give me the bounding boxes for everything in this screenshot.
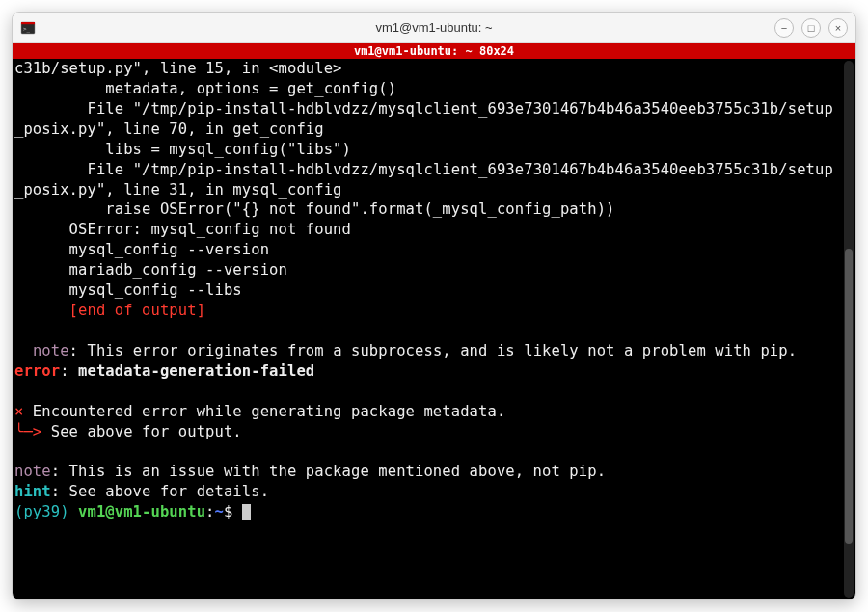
- trace-line: c31b/setup.py", line 15, in <module>: [14, 60, 342, 77]
- error-label: error: [14, 362, 60, 380]
- prompt-userhost: vm1@vm1-ubuntu: [78, 503, 205, 520]
- prompt-colon: :: [205, 503, 214, 520]
- trace-line-indent: [14, 302, 69, 319]
- scrollbar[interactable]: [844, 61, 854, 598]
- app-icon: >_: [20, 20, 36, 36]
- terminal-output[interactable]: c31b/setup.py", line 15, in <module> met…: [13, 59, 855, 522]
- maximize-button[interactable]: □: [801, 18, 821, 38]
- note-text: : This is an issue with the package ment…: [51, 463, 606, 480]
- close-icon: ×: [835, 22, 841, 34]
- see-above: See above for output.: [41, 423, 242, 440]
- window-title: vm1@vm1-ubuntu: ~: [13, 20, 855, 35]
- terminal-tab-bar: vm1@vm1-ubuntu: ~ 80x24: [13, 43, 855, 59]
- minimize-button[interactable]: −: [774, 18, 794, 38]
- svg-rect-1: [21, 22, 35, 24]
- note-label: note: [14, 463, 51, 480]
- window-controls: − □ ×: [774, 18, 855, 38]
- scrollbar-thumb[interactable]: [845, 249, 853, 544]
- trace-line: mysql_config --libs: [14, 281, 242, 299]
- end-of-output: [end of output]: [69, 302, 205, 319]
- error-name: metadata-generation-failed: [78, 362, 314, 380]
- hint-text: : See above for details.: [51, 483, 269, 500]
- note-label: note: [14, 342, 69, 359]
- trace-line: File "/tmp/pip-install-hdblvdzz/mysqlcli…: [14, 100, 833, 138]
- terminal-window: >_ vm1@vm1-ubuntu: ~ − □ × vm1@vm1-ubunt…: [12, 12, 856, 600]
- svg-text:>_: >_: [23, 25, 31, 33]
- cursor: [242, 504, 251, 520]
- maximize-icon: □: [808, 22, 815, 34]
- trace-line: OSError: mysql_config not found: [14, 221, 351, 238]
- error-colon: :: [60, 362, 78, 380]
- close-button[interactable]: ×: [828, 18, 848, 38]
- prompt-path: ~: [215, 503, 224, 520]
- arrow-icon: ╰─>: [14, 423, 41, 440]
- prompt-venv: (py39): [14, 503, 78, 520]
- terminal-viewport[interactable]: c31b/setup.py", line 15, in <module> met…: [13, 59, 855, 599]
- error-encountered: Encountered error while generating packa…: [23, 403, 505, 420]
- prompt-dollar: $: [224, 503, 242, 520]
- trace-line: mariadb_config --version: [14, 261, 287, 279]
- trace-line: metadata, options = get_config(): [14, 80, 396, 97]
- minimize-icon: −: [781, 22, 787, 34]
- trace-line: libs = mysql_config("libs"): [14, 141, 351, 158]
- trace-line: mysql_config --version: [14, 241, 269, 258]
- tab-label: vm1@vm1-ubuntu: ~ 80x24: [354, 44, 514, 58]
- hint-label: hint: [14, 483, 51, 500]
- note-text: : This error originates from a subproces…: [69, 342, 798, 359]
- titlebar[interactable]: >_ vm1@vm1-ubuntu: ~ − □ ×: [13, 13, 855, 43]
- trace-line: File "/tmp/pip-install-hdblvdzz/mysqlcli…: [14, 161, 833, 199]
- trace-line: raise OSError("{} not found".format(_mys…: [14, 200, 615, 218]
